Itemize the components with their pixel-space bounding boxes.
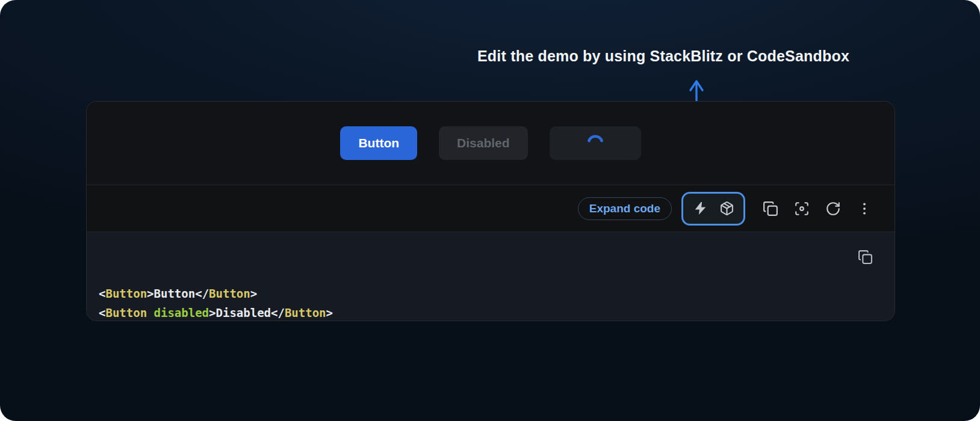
code-block: <Button>Button</Button><Button disabled>… xyxy=(87,232,895,321)
demo-disabled-button[interactable]: Disabled xyxy=(439,126,528,160)
demo-toolbar: Expand code xyxy=(87,185,895,232)
code-line: <Button disabled>Disabled</Button> xyxy=(99,303,895,321)
code-line: <Button>Button</Button> xyxy=(99,284,895,303)
callout-text: Edit the demo by using StackBlitz or Cod… xyxy=(477,48,849,65)
more-vertical-icon xyxy=(857,201,872,217)
stackblitz-button[interactable] xyxy=(687,195,713,222)
copy-icon xyxy=(858,250,873,265)
demo-loading-button[interactable] xyxy=(550,126,641,160)
expand-code-button[interactable]: Expand code xyxy=(578,197,672,220)
stackblitz-lightning-icon xyxy=(693,201,708,216)
demo-primary-button[interactable]: Button xyxy=(340,126,417,160)
demo-card: Button Disabled Expand code xyxy=(86,101,895,321)
refresh-demo-button[interactable] xyxy=(820,195,846,222)
copy-icon xyxy=(763,201,778,217)
page-background-panel: Edit the demo by using StackBlitz or Cod… xyxy=(0,0,980,421)
loading-spinner-icon xyxy=(586,134,604,152)
codesandbox-button[interactable] xyxy=(713,195,740,222)
code-lines: <Button>Button</Button><Button disabled>… xyxy=(99,284,895,321)
more-actions-button[interactable] xyxy=(851,195,878,222)
codesandbox-cube-icon xyxy=(719,201,734,216)
scan-icon xyxy=(794,201,810,217)
refresh-icon xyxy=(825,201,841,217)
standalone-demo-button[interactable] xyxy=(789,195,815,222)
edit-demo-highlighted-group xyxy=(681,192,745,226)
copy-code-button[interactable] xyxy=(757,195,784,222)
demo-preview-area: Button Disabled xyxy=(87,102,895,185)
code-copy-button[interactable] xyxy=(840,241,873,275)
